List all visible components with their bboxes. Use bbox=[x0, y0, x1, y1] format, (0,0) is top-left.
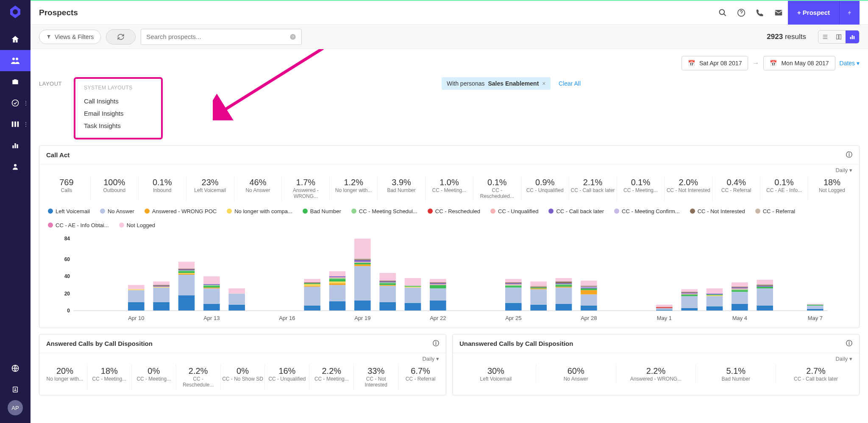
bar-segment[interactable] bbox=[178, 295, 195, 310]
bar-segment[interactable] bbox=[581, 294, 597, 305]
bar-segment[interactable] bbox=[354, 262, 371, 264]
bar-segment[interactable] bbox=[505, 279, 522, 282]
bar-segment[interactable] bbox=[203, 285, 220, 286]
bar-segment[interactable] bbox=[203, 276, 220, 284]
bar-segment[interactable] bbox=[505, 284, 522, 285]
nav-prospects[interactable] bbox=[0, 50, 31, 71]
legend-item[interactable]: Bad Number bbox=[303, 208, 341, 214]
bar-segment[interactable] bbox=[354, 259, 371, 260]
bar-segment[interactable] bbox=[681, 308, 698, 311]
legend-item[interactable]: CC - Rescheduled bbox=[428, 208, 480, 214]
bar-segment[interactable] bbox=[203, 287, 220, 288]
date-to[interactable]: 📅Mon May 08 2017 bbox=[763, 56, 835, 70]
legend-item[interactable]: Left Voicemail bbox=[48, 208, 90, 214]
bar-segment[interactable] bbox=[556, 281, 572, 283]
bar-segment[interactable] bbox=[203, 286, 220, 287]
bar-segment[interactable] bbox=[556, 285, 572, 287]
bar-segment[interactable] bbox=[530, 281, 547, 286]
bar-segment[interactable] bbox=[430, 300, 446, 310]
layout-item-task[interactable]: Task Insights bbox=[84, 120, 153, 132]
layout-item-email[interactable]: Email Insights bbox=[84, 107, 153, 120]
bar-segment[interactable] bbox=[405, 287, 421, 287]
nav-home[interactable] bbox=[0, 29, 31, 50]
bar-segment[interactable] bbox=[681, 296, 698, 308]
view-split[interactable] bbox=[832, 31, 846, 43]
add-prospect-button[interactable]: + Prospect bbox=[788, 1, 839, 25]
bar-segment[interactable] bbox=[707, 306, 723, 311]
nav-globe[interactable] bbox=[0, 358, 31, 379]
bar-segment[interactable] bbox=[304, 286, 320, 287]
bar-segment[interactable] bbox=[354, 258, 371, 259]
nav-accounts[interactable] bbox=[0, 71, 31, 92]
bar-segment[interactable] bbox=[430, 285, 446, 288]
bar-segment[interactable] bbox=[656, 305, 673, 306]
bar-segment[interactable] bbox=[128, 302, 145, 311]
bar-segment[interactable] bbox=[581, 287, 597, 288]
bar-segment[interactable] bbox=[430, 283, 446, 284]
bar-segment[interactable] bbox=[128, 289, 145, 290]
user-avatar[interactable]: AP bbox=[8, 400, 23, 415]
legend-item[interactable]: CC - Meeting Confirm... bbox=[614, 208, 680, 214]
bar-segment[interactable] bbox=[505, 286, 522, 287]
bar-segment[interactable] bbox=[581, 306, 597, 311]
bar-segment[interactable] bbox=[530, 287, 547, 287]
legend-item[interactable]: No longer with compa... bbox=[227, 208, 292, 214]
bar-segment[interactable] bbox=[405, 303, 421, 311]
bar-segment[interactable] bbox=[681, 294, 698, 296]
bar-segment[interactable] bbox=[505, 285, 522, 286]
nav-profile[interactable] bbox=[0, 156, 31, 177]
bar-segment[interactable] bbox=[178, 270, 195, 270]
bar-segment[interactable] bbox=[153, 281, 170, 285]
bar-segment[interactable] bbox=[304, 287, 320, 306]
bar-segment[interactable] bbox=[732, 282, 748, 287]
bar-segment[interactable] bbox=[581, 286, 597, 287]
bar-segment[interactable] bbox=[379, 283, 396, 285]
bar-segment[interactable] bbox=[178, 274, 195, 275]
bar-segment[interactable] bbox=[329, 283, 346, 285]
bar-segment[interactable] bbox=[732, 290, 748, 292]
bar-segment[interactable] bbox=[405, 278, 421, 286]
bar-segment[interactable] bbox=[807, 304, 823, 305]
bar-segment[interactable] bbox=[178, 269, 195, 270]
bar-segment[interactable] bbox=[228, 305, 245, 311]
bar-segment[interactable] bbox=[505, 283, 522, 284]
bar-segment[interactable] bbox=[178, 271, 195, 273]
bar-segment[interactable] bbox=[379, 286, 396, 302]
phone-icon[interactable] bbox=[751, 3, 769, 22]
daily-toggle[interactable]: Daily ▾ bbox=[39, 164, 859, 176]
bar-segment[interactable] bbox=[329, 277, 346, 278]
bar-segment[interactable] bbox=[203, 304, 220, 311]
bar-segment[interactable] bbox=[379, 302, 396, 311]
bar-segment[interactable] bbox=[329, 285, 346, 301]
bar-segment[interactable] bbox=[757, 284, 773, 285]
date-from[interactable]: 📅Sat Apr 08 2017 bbox=[682, 56, 748, 70]
bar-segment[interactable] bbox=[379, 285, 396, 286]
nav-sequences[interactable]: ⋮ bbox=[0, 114, 31, 135]
bar-segment[interactable] bbox=[530, 288, 547, 289]
bar-segment[interactable] bbox=[530, 287, 547, 288]
bar-segment[interactable] bbox=[329, 279, 346, 281]
bar-segment[interactable] bbox=[707, 294, 723, 295]
bar-segment[interactable] bbox=[556, 284, 572, 285]
bar-segment[interactable] bbox=[681, 292, 698, 292]
bar-segment[interactable] bbox=[203, 284, 220, 285]
bar-segment[interactable] bbox=[178, 275, 195, 295]
legend-item[interactable]: Not Logged bbox=[119, 222, 155, 228]
bar-segment[interactable] bbox=[732, 304, 748, 311]
search-input[interactable] bbox=[146, 33, 289, 40]
views-filters-button[interactable]: Views & Filters bbox=[39, 30, 101, 44]
bar-segment[interactable] bbox=[732, 287, 748, 288]
bar-segment[interactable] bbox=[556, 287, 572, 303]
bar-segment[interactable] bbox=[405, 287, 421, 303]
bar-segment[interactable] bbox=[354, 262, 371, 262]
bar-segment[interactable] bbox=[329, 278, 346, 279]
bar-segment[interactable] bbox=[178, 262, 195, 268]
bar-segment[interactable] bbox=[304, 279, 320, 282]
bar-segment[interactable] bbox=[807, 305, 823, 306]
dates-dropdown[interactable]: Dates ▾ bbox=[840, 60, 860, 67]
help-icon[interactable] bbox=[732, 3, 751, 22]
nav-contacts[interactable] bbox=[0, 379, 31, 400]
bar-segment[interactable] bbox=[178, 273, 195, 274]
bar-segment[interactable] bbox=[354, 300, 371, 310]
bar-segment[interactable] bbox=[581, 281, 597, 286]
